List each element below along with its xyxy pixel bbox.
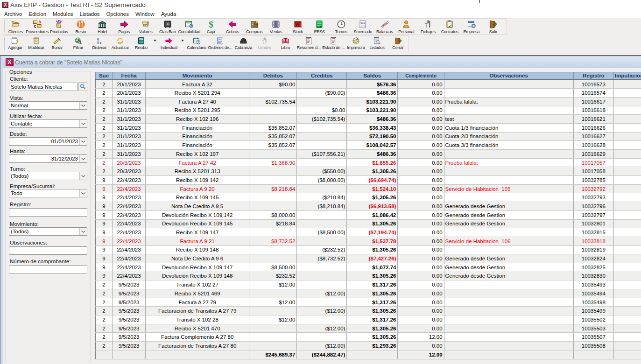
table-row[interactable]: 922/4/2023Factura A 9 20$8,218.84$1,524.… [96,184,641,193]
table-row[interactable]: 231/1/2023Recibo X 5201 295$0.00$103,221… [96,106,641,115]
menu-item-archivo[interactable]: Archivo [4,11,22,17]
toolbar-button-recibo[interactable]: Recibo [131,36,152,52]
table-row[interactable]: 922/4/2023Recibo X 109 145($218.84)$1,30… [96,193,641,202]
chevron-down-icon[interactable] [79,102,87,109]
numero-comprobante-input[interactable] [9,265,87,273]
table-row[interactable]: 29/5/2023Transito X 102 27$12.00$1,317.2… [96,280,641,289]
table-row[interactable]: 231/1/2023Recibo X 102 197($107,556.21)$… [96,150,641,159]
menu-item-edicion[interactable]: Edicion [28,11,46,17]
table-row[interactable]: 29/5/2023Facturacion de Transitos A 27 8… [96,342,641,350]
menu-item-ayuda[interactable]: Ayuda [161,11,176,17]
toolbar-button-ordenes[interactable]: Ordenes de... [207,36,233,52]
table-row[interactable]: 922/4/2023Factura A 9 21$8,732.52$1,537.… [96,237,641,245]
column-header-observaciones[interactable]: Observaciones [444,72,573,80]
table-row[interactable]: 922/4/2023Devolución Recibo X 109 147$8,… [96,263,641,272]
toolbar-button-balanzas[interactable]: Balanzas [374,19,396,34]
toolbar-button-empresa[interactable]: Empresa [461,19,483,34]
toolbar-button-listados[interactable]: Listados [366,36,387,52]
toolbar-button-individual[interactable]: Individual [158,36,179,52]
toolbar-button-actualizar[interactable]: Actualizar [110,36,131,52]
menu-item-window[interactable]: Window [135,11,155,17]
menu-item-opciones[interactable]: Opciones [106,11,129,17]
toolbar-button-productos[interactable]: Productos [48,19,70,34]
table-row[interactable]: 231/1/2023Factura A 27 40$102,735.54$103… [96,97,641,106]
toolbar-button-cerrar[interactable]: Cerrar [387,36,409,52]
dropdown-arrow-icon[interactable] [179,36,186,52]
table-row[interactable]: 231/1/2023Financiación$35,852.07$108,042… [96,141,641,150]
table-row[interactable]: 231/1/2023Recibo X 102 196($102,735.54)$… [96,115,641,124]
toolbar-button-fichajes[interactable]: Fichajes [417,19,439,34]
table-row[interactable]: 29/5/2023Transito X 102 28$12.00$1,317.2… [96,315,641,324]
turno-select[interactable]: (Todos) [9,172,87,180]
column-header-suc[interactable]: Suc [96,72,113,80]
toolbar-button-turnos[interactable]: Turnos [331,19,352,34]
menu-item-modulos[interactable]: Modulos [53,11,73,17]
column-header-creditos[interactable]: Creditos [297,72,347,80]
chevron-down-icon[interactable] [79,228,87,235]
toolbar-button-compras[interactable]: Compras [244,19,266,34]
dropdown-arrow-icon[interactable] [152,36,158,52]
table-row[interactable]: 29/5/2023Recibo X 5201 469($12.00)$1,305… [96,289,641,298]
desde-input[interactable]: 01/01/2023 [9,137,87,146]
table-row[interactable]: 922/4/2023Nota De Credito A 9 6($8,732.5… [96,254,641,263]
toolbar-button-contratos[interactable]: Contratos [439,19,461,34]
toolbar-button-stock[interactable]: Stock [287,19,309,34]
table-row[interactable]: 922/4/2023Recibo X 109 148($232.52)$1,30… [96,245,641,254]
cliente-search-button[interactable] [78,82,87,91]
toolbar-button-clientes[interactable]: Clientes [5,19,27,34]
toolbar-button-calendario[interactable]: Calendario [186,36,207,52]
table-row[interactable]: 29/5/2023Factura A 27 79$12.00$1,317.260… [96,298,641,307]
toolbar-button-hotel[interactable]: Hotel [92,19,113,34]
column-header-fecha[interactable]: Fecha [113,72,146,80]
toolbar-button-eess[interactable]: EESS [309,19,331,34]
chevron-down-icon[interactable] [79,138,87,145]
toolbar-button-pagos[interactable]: Pagos [113,19,135,34]
table-row[interactable]: 922/4/2023Nota De Credito A 9 5($8,218.8… [96,202,641,211]
toolbar-button-contabilidad[interactable]: Contabilidad [178,19,200,34]
table-row[interactable]: 29/5/2023Facturacion de Transitos A 27 7… [96,307,641,315]
toolbar-button-libro[interactable]: Libro [275,36,296,52]
table-row[interactable]: 220/3/2023Recibo X 5201 313($550.00)$1,3… [96,167,641,176]
cliente-input[interactable]: Sotelo Matias Nicolas [9,83,77,91]
child-window-titlebar[interactable]: X Cuenta a cobrar de "Sotelo Matias Nico… [3,57,641,68]
empresa-sucursal-select[interactable]: Todo [9,189,87,197]
table-row[interactable]: 29/5/2023Recibo X 5201 470($12.00)$1,305… [96,324,641,333]
vista-select[interactable]: Normal [9,101,87,110]
toolbar-button-ordenar[interactable]: azOrdenar [89,36,110,52]
chevron-down-icon[interactable] [79,155,87,162]
toolbar-button-impresora[interactable]: Impresora [345,36,366,52]
toolbar-button-salir[interactable]: Salir [482,19,504,34]
utilizar-fecha-select[interactable]: Contable [9,119,87,128]
table-row[interactable]: 231/1/2023Financiación$35,852.07$36,338.… [96,123,641,132]
column-header-saldos[interactable]: Saldos [347,72,398,80]
toolbar-button-smercado[interactable]: 010Smercado [352,19,374,34]
toolbar-button-filtrar[interactable]: Filtrar [68,36,89,52]
toolbar-button-caja[interactable]: $Caja [200,19,222,34]
toolbar-button-ventas[interactable]: Ventas [265,19,287,34]
table-row[interactable]: 922/4/2023Devolución Recibo X 109 148$23… [96,272,641,280]
hasta-input[interactable]: 31/12/2023 [9,154,87,163]
toolbar-button-personal[interactable]: Personal [395,19,417,34]
toolbar-button-resumen[interactable]: Resumen d... [296,36,321,52]
table-row[interactable]: 220/3/2023Factura A 27 42$1,368.90$1,855… [96,158,641,167]
table-row[interactable]: 922/4/2023Devolución Recibo X 109 142$8,… [96,210,641,219]
table-row[interactable]: 29/5/2023Factura Complemento A 27 80$1,3… [96,333,641,342]
chevron-down-icon[interactable] [79,172,87,180]
column-header-movimiento[interactable]: Movimiento [146,72,249,80]
observaciones-input[interactable] [9,246,87,255]
column-header-debitos[interactable]: Debitos [249,72,297,80]
column-header-registro[interactable]: Registro [573,72,613,80]
table-row[interactable]: 922/4/2023Recibo X 109 142($8,000.00)($6… [96,176,641,185]
toolbar-button-estado[interactable]: Estado de ... [322,36,345,52]
toolbar-button-resto[interactable]: Resto [70,19,92,34]
chevron-down-icon[interactable] [79,189,87,197]
column-header-complemento[interactable]: Complemento [398,72,444,80]
chevron-down-icon[interactable] [79,120,87,127]
table-row[interactable]: 922/4/2023Devolución Recibo X 109 145$21… [96,219,641,228]
toolbar-button-ctasban[interactable]: Ctas Ban [157,19,179,34]
column-header-imputacion[interactable]: Imputacion [613,72,641,80]
toolbar-button-agregar[interactable]: Agregar [5,36,26,52]
toolbar-button-cobros[interactable]: Cobros [222,19,244,34]
toolbar-button-limites[interactable]: Límites [254,36,275,52]
toolbar-button-valores[interactable]: Valores [135,19,157,34]
